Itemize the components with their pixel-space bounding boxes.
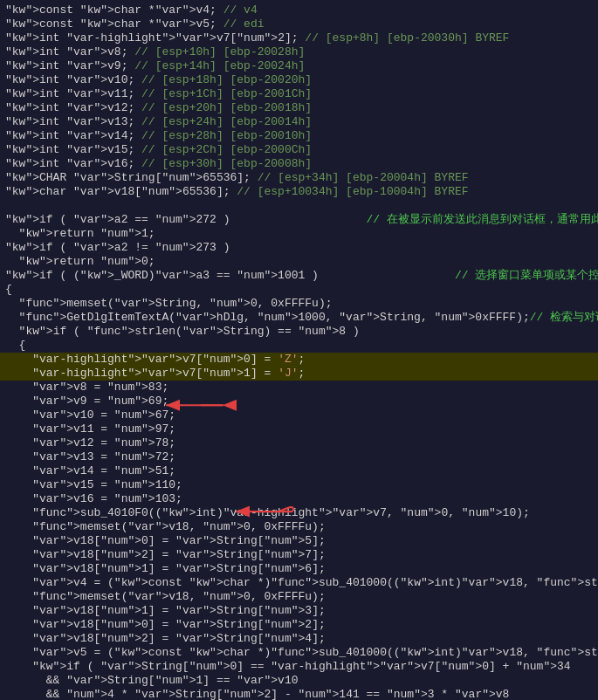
code-line-32: "var">v12 = "num">78;	[0, 436, 598, 450]
code-line-20: "kw">if ( ("kw">_WORD)"var">a3 == "num">…	[0, 269, 598, 283]
code-line-16: "kw">if ( "var">a2 == "num">272 ) // 在被显…	[0, 213, 598, 227]
code-line-47: "var">v5 = ("kw">const "kw">char *)"func…	[0, 646, 598, 660]
code-line-29: "var">v9 = "num">69;	[0, 395, 598, 408]
code-line-40: "var">v18["num">2] = "var">String["num">…	[0, 548, 598, 562]
line-content-7: "kw">int "var">v11; // [esp+1Ch] [ebp-20…	[5, 87, 593, 101]
line-content-11: "kw">int "var">v15; // [esp+2Ch] [ebp-20…	[5, 143, 593, 157]
line-content-18: "kw">if ( "var">a2 != "num">273 )	[5, 241, 593, 255]
line-content-29: "var">v9 = "num">69;	[5, 395, 593, 408]
line-content-27: "var-highlight">"var">v7["num">1] = 'J';	[5, 367, 593, 381]
code-line-8: "kw">int "var">v12; // [esp+20h] [ebp-20…	[0, 101, 598, 115]
line-content-23: "func">GetDlgItemTextA("var">hDlg, "num"…	[5, 311, 598, 325]
code-line-48: "kw">if ( "var">String["num">0] == "var-…	[0, 660, 598, 674]
code-line-44: "var">v18["num">1] = "var">String["num">…	[0, 604, 598, 618]
code-line-2: "kw">const "kw">char *"var">v5; // edi	[0, 17, 598, 31]
line-content-10: "kw">int "var">v14; // [esp+28h] [ebp-20…	[5, 129, 593, 143]
line-content-3: "kw">int "var-highlight">"var">v7["num">…	[5, 31, 593, 45]
line-content-13: "kw">CHAR "var">String["num">65536]; // …	[5, 171, 593, 185]
code-line-22: "func">memset("var">String, "num">0, 0xF…	[0, 297, 598, 311]
code-line-23: "func">GetDlgItemTextA("var">hDlg, "num"…	[0, 311, 598, 325]
code-line-31: "var">v11 = "num">97;	[0, 422, 598, 436]
code-line-26: "var-highlight">"var">v7["num">0] = 'Z';	[0, 353, 598, 367]
line-content-47: "var">v5 = ("kw">const "kw">char *)"func…	[5, 646, 598, 660]
code-lines: "kw">const "kw">char *"var">v4; // v4"kw…	[0, 3, 598, 700]
line-content-32: "var">v12 = "num">78;	[5, 436, 593, 450]
line-content-4: "kw">int "var">v8; // [esp+10h] [ebp-200…	[5, 45, 593, 59]
code-line-14: "kw">char "var">v18["num">65536]; // [es…	[0, 185, 598, 199]
code-line-42: "var">v4 = ("kw">const "kw">char *)"func…	[0, 576, 598, 590]
code-line-28: "var">v8 = "num">83;	[0, 381, 598, 395]
line-content-45: "var">v18["num">0] = "var">String["num">…	[5, 618, 593, 632]
line-content-40: "var">v18["num">2] = "var">String["num">…	[5, 548, 593, 562]
code-line-49: && "var">String["num">1] == "var">v10	[0, 674, 598, 688]
line-content-21: {	[5, 283, 593, 297]
line-content-25: {	[5, 339, 593, 353]
code-line-36: "var">v16 = "num">103;	[0, 492, 598, 506]
line-content-43: "func">memset("var">v18, "num">0, 0xFFFF…	[5, 590, 593, 604]
code-line-1: "kw">const "kw">char *"var">v4; // v4	[0, 3, 598, 17]
line-content-20: "kw">if ( ("kw">_WORD)"var">a3 == "num">…	[5, 269, 598, 283]
line-content-28: "var">v8 = "num">83;	[5, 381, 593, 395]
line-content-38: "func">memset("var">v18, "num">0, 0xFFFF…	[5, 520, 593, 534]
line-content-31: "var">v11 = "num">97;	[5, 422, 593, 436]
line-content-44: "var">v18["num">1] = "var">String["num">…	[5, 604, 593, 618]
code-line-12: "kw">int "var">v16; // [esp+30h] [ebp-20…	[0, 157, 598, 171]
code-line-3: "kw">int "var-highlight">"var">v7["num">…	[0, 31, 598, 45]
code-line-39: "var">v18["num">0] = "var">String["num">…	[0, 534, 598, 548]
code-line-17: "kw">return "num">1;	[0, 227, 598, 241]
code-editor: "kw">const "kw">char *"var">v4; // v4"kw…	[0, 0, 598, 700]
code-line-18: "kw">if ( "var">a2 != "num">273 )	[0, 241, 598, 255]
line-content-6: "kw">int "var">v10; // [esp+18h] [ebp-20…	[5, 73, 593, 87]
code-line-27: "var-highlight">"var">v7["num">1] = 'J';	[0, 367, 598, 381]
code-line-37: "func">sub_4010F0(("kw">int)"var-highlig…	[0, 506, 598, 520]
code-line-9: "kw">int "var">v13; // [esp+24h] [ebp-20…	[0, 115, 598, 129]
line-content-34: "var">v14 = "num">51;	[5, 464, 593, 478]
line-content-35: "var">v15 = "num">110;	[5, 478, 593, 492]
code-line-5: "kw">int "var">v9; // [esp+14h] [ebp-200…	[0, 59, 598, 73]
code-line-45: "var">v18["num">0] = "var">String["num">…	[0, 618, 598, 632]
line-content-50: && "num">4 * "var">String["num">2] - "nu…	[5, 688, 593, 700]
code-line-43: "func">memset("var">v18, "num">0, 0xFFFF…	[0, 590, 598, 604]
line-content-39: "var">v18["num">0] = "var">String["num">…	[5, 534, 593, 548]
code-line-33: "var">v13 = "num">72;	[0, 450, 598, 464]
line-content-9: "kw">int "var">v13; // [esp+24h] [ebp-20…	[5, 115, 593, 129]
line-content-12: "kw">int "var">v16; // [esp+30h] [ebp-20…	[5, 157, 593, 171]
line-content-15	[5, 199, 593, 213]
code-line-10: "kw">int "var">v14; // [esp+28h] [ebp-20…	[0, 129, 598, 143]
code-line-24: "kw">if ( "func">strlen("var">String) ==…	[0, 325, 598, 339]
line-content-42: "var">v4 = ("kw">const "kw">char *)"func…	[5, 576, 598, 590]
code-line-13: "kw">CHAR "var">String["num">65536]; // …	[0, 171, 598, 185]
line-content-1: "kw">const "kw">char *"var">v4; // v4	[5, 3, 593, 17]
code-line-4: "kw">int "var">v8; // [esp+10h] [ebp-200…	[0, 45, 598, 59]
code-line-35: "var">v15 = "num">110;	[0, 478, 598, 492]
line-content-14: "kw">char "var">v18["num">65536]; // [es…	[5, 185, 593, 199]
line-content-17: "kw">return "num">1;	[5, 227, 593, 241]
code-line-6: "kw">int "var">v10; // [esp+18h] [ebp-20…	[0, 73, 598, 87]
line-content-30: "var">v10 = "num">67;	[5, 408, 593, 422]
line-content-36: "var">v16 = "num">103;	[5, 492, 593, 506]
code-line-11: "kw">int "var">v15; // [esp+2Ch] [ebp-20…	[0, 143, 598, 157]
code-line-46: "var">v18["num">2] = "var">String["num">…	[0, 632, 598, 646]
code-line-15	[0, 199, 598, 213]
line-content-8: "kw">int "var">v12; // [esp+20h] [ebp-20…	[5, 101, 593, 115]
code-line-41: "var">v18["num">1] = "var">String["num">…	[0, 562, 598, 576]
line-content-48: "kw">if ( "var">String["num">0] == "var-…	[5, 660, 593, 674]
line-content-16: "kw">if ( "var">a2 == "num">272 ) // 在被显…	[5, 213, 598, 227]
code-line-30: "var">v10 = "num">67;	[0, 408, 598, 422]
line-content-49: && "var">String["num">1] == "var">v10	[5, 674, 593, 688]
line-content-41: "var">v18["num">1] = "var">String["num">…	[5, 562, 593, 576]
line-content-22: "func">memset("var">String, "num">0, 0xF…	[5, 297, 593, 311]
line-content-26: "var-highlight">"var">v7["num">0] = 'Z';	[5, 353, 593, 367]
line-content-33: "var">v13 = "num">72;	[5, 450, 593, 464]
code-line-50: && "num">4 * "var">String["num">2] - "nu…	[0, 688, 598, 700]
line-content-37: "func">sub_4010F0(("kw">int)"var-highlig…	[5, 506, 593, 520]
code-line-7: "kw">int "var">v11; // [esp+1Ch] [ebp-20…	[0, 87, 598, 101]
code-line-19: "kw">return "num">0;	[0, 255, 598, 269]
code-line-21: {	[0, 283, 598, 297]
line-content-24: "kw">if ( "func">strlen("var">String) ==…	[5, 325, 593, 339]
code-line-34: "var">v14 = "num">51;	[0, 464, 598, 478]
line-content-2: "kw">const "kw">char *"var">v5; // edi	[5, 17, 593, 31]
code-line-38: "func">memset("var">v18, "num">0, 0xFFFF…	[0, 520, 598, 534]
line-content-19: "kw">return "num">0;	[5, 255, 593, 269]
code-line-25: {	[0, 339, 598, 353]
